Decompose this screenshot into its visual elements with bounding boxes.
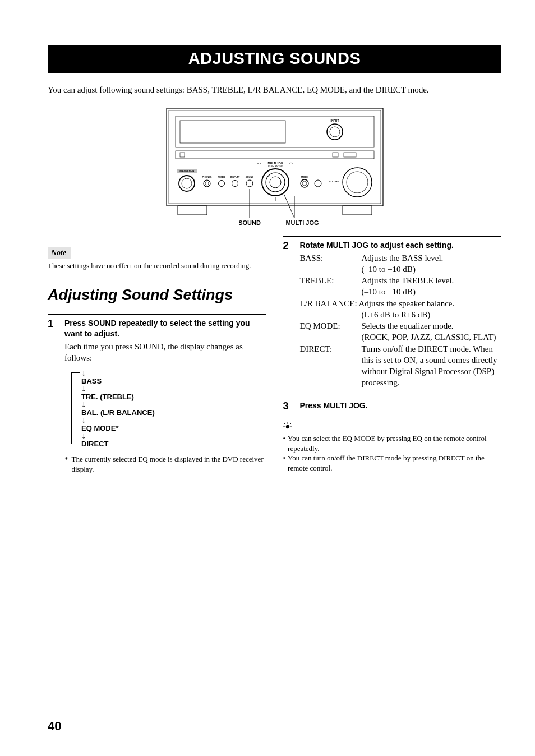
svg-rect-2: [178, 206, 207, 215]
svg-text:STANDBY/ON: STANDBY/ON: [179, 169, 193, 172]
flow-item-balance: BAL. (L/R BALANCE): [79, 409, 266, 417]
flow-arrow: ↓: [79, 400, 266, 408]
note-text: These settings have no effect on the rec…: [48, 261, 266, 271]
step-1: 1 Press SOUND repeatedly to select the s…: [48, 314, 266, 474]
step-2-head: Rotate MULTI JOG to adjust each setting.: [300, 240, 502, 251]
receiver-illustration: INPUT MULTI JOG PUSH-ENTER ∨∧ <> STANDBY…: [161, 106, 389, 229]
step-2-number: 2: [283, 240, 292, 389]
flow-arrow: ↓: [79, 416, 266, 424]
svg-point-16: [179, 176, 195, 191]
svg-line-43: [285, 190, 294, 218]
svg-rect-5: [180, 121, 285, 143]
flow-item-bass: BASS: [79, 377, 266, 385]
intro-text: You can adjust following sound settings:…: [48, 85, 501, 95]
device-diagram: INPUT MULTI JOG PUSH-ENTER ∨∧ <> STANDBY…: [48, 106, 501, 232]
svg-point-19: [204, 180, 210, 187]
svg-text:∨∧: ∨∧: [257, 162, 261, 165]
def-eq-range: (ROCK, POP, JAZZ, CLASSIC, FLAT): [362, 331, 502, 343]
svg-rect-8: [176, 151, 374, 159]
svg-text:MODE: MODE: [301, 176, 308, 178]
page-number: 40: [48, 719, 61, 734]
def-treble-key: TREBLE:: [300, 275, 362, 286]
svg-line-44: [281, 195, 294, 218]
svg-point-28: [266, 173, 285, 192]
svg-point-20: [205, 182, 209, 185]
svg-rect-10: [333, 153, 338, 157]
def-bass-range: (–10 to +10 dB): [362, 264, 502, 275]
sound-callout-label: SOUND: [238, 219, 261, 226]
svg-rect-11: [344, 153, 356, 157]
svg-text:TIMER: TIMER: [218, 176, 225, 178]
svg-line-46: [283, 192, 294, 218]
tip-2: You can turn on/off the DIRECT mode by p…: [288, 453, 501, 473]
multijog-callout-label: MULTI JOG: [285, 219, 319, 226]
svg-text:SOUND: SOUND: [245, 176, 253, 178]
svg-point-33: [315, 180, 321, 187]
svg-point-31: [301, 179, 308, 187]
flow-item-direct: DIRECT: [79, 440, 266, 448]
def-treble-val: Adjusts the TREBLE level.: [362, 275, 502, 286]
page-title-text: ADJUSTING SOUNDS: [188, 49, 361, 67]
svg-point-7: [330, 127, 340, 137]
step-2: 2 Rotate MULTI JOG to adjust each settin…: [283, 236, 502, 389]
step-1-head: Press SOUND repeatedly to select the set…: [64, 318, 266, 340]
def-direct-key: DIRECT:: [300, 343, 362, 389]
lightbulb-icon: [283, 422, 292, 431]
svg-point-22: [218, 181, 224, 187]
step-1-footnote: * The currently selected EQ mode is disp…: [64, 454, 266, 474]
svg-point-29: [270, 177, 281, 188]
flow-loop-bracket: [71, 372, 80, 444]
def-bass-key: BASS:: [300, 252, 362, 264]
svg-point-36: [347, 172, 368, 193]
def-lr-range: (L+6 dB to R+6 dB): [362, 309, 502, 320]
svg-text:VOLUME: VOLUME: [329, 180, 339, 183]
bullet: •: [283, 453, 286, 473]
svg-point-54: [285, 425, 289, 428]
step-1-number: 1: [48, 318, 57, 474]
def-eq-val: Selects the equalizer mode.: [362, 320, 502, 331]
input-label: INPUT: [330, 119, 339, 122]
svg-line-53: [290, 429, 291, 430]
tips-list: •You can select the EQ MODE by pressing …: [283, 434, 502, 473]
def-eq-key: EQ MODE:: [300, 320, 362, 331]
svg-line-48: [284, 423, 285, 425]
section-heading: Adjusting Sound Settings: [48, 287, 266, 304]
note-tag: Note: [48, 247, 71, 259]
svg-line-41: [288, 188, 294, 218]
tip-1: You can select the EQ MODE by pressing E…: [288, 434, 501, 453]
flow-item-eqmode: EQ MODE*: [79, 425, 266, 432]
svg-point-6: [327, 124, 343, 140]
step-3: 3 Press MULTI JOG.: [283, 397, 502, 413]
svg-text:<>: <>: [289, 162, 293, 165]
footnote-text: The currently selected EQ mode is displa…: [72, 454, 266, 474]
flow-arrow: ↓: [79, 385, 266, 393]
bullet: •: [283, 434, 286, 453]
svg-text:DISPLAY: DISPLAY: [230, 176, 239, 178]
flow-item-treble: TRE. (TREBLE): [79, 393, 266, 401]
svg-rect-9: [180, 153, 185, 157]
def-lr-full: L/R BALANCE: Adjusts the speaker balance…: [300, 298, 502, 309]
svg-point-35: [343, 168, 372, 197]
step-3-number: 3: [283, 400, 292, 413]
def-direct-val: Turns on/off the DIRECT mode. When this …: [362, 343, 502, 389]
def-treble-range: (–10 to +10 dB): [362, 286, 502, 297]
flow-arrow: ↓: [79, 369, 266, 377]
footnote-mark: *: [64, 454, 68, 474]
step-3-head: Press MULTI JOG.: [300, 400, 502, 412]
svg-point-17: [182, 178, 192, 188]
svg-line-42: [275, 196, 294, 218]
svg-rect-3: [343, 206, 372, 215]
step-1-text: Each time you press SOUND, the display c…: [64, 341, 266, 364]
svg-rect-4: [176, 116, 374, 147]
mj-sub: PUSH-ENTER: [268, 165, 282, 168]
flow-arrow: ↓: [79, 432, 266, 440]
svg-line-49: [290, 423, 291, 425]
settings-definitions: BASS: Adjusts the BASS level. (–10 to +1…: [300, 252, 502, 389]
def-bass-val: Adjusts the BASS level.: [362, 252, 502, 264]
page-title: ADJUSTING SOUNDS: [48, 45, 501, 73]
svg-point-24: [232, 181, 238, 187]
svg-line-52: [284, 429, 285, 430]
svg-point-32: [302, 181, 307, 186]
hint-icon: [283, 422, 502, 434]
svg-text:PHONES: PHONES: [202, 176, 211, 178]
